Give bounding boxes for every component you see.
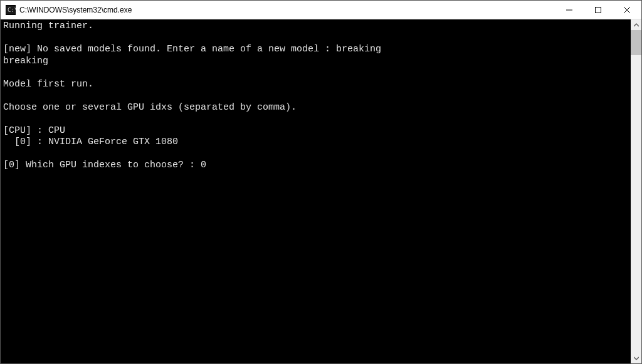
close-button[interactable] [613, 1, 641, 19]
svg-rect-4 [596, 7, 601, 13]
cmd-icon: C:\ [6, 5, 16, 15]
scroll-down-button[interactable] [631, 353, 641, 363]
scroll-up-button[interactable] [631, 19, 641, 30]
cmd-window: C:\ C:\WINDOWS\system32\cmd.exe [0, 0, 642, 364]
chevron-up-icon [634, 23, 639, 28]
chevron-down-icon [634, 356, 639, 361]
titlebar[interactable]: C:\ C:\WINDOWS\system32\cmd.exe [1, 1, 641, 19]
window-controls [555, 1, 641, 19]
vertical-scrollbar[interactable] [631, 19, 641, 363]
minimize-button[interactable] [555, 1, 584, 19]
maximize-button[interactable] [584, 1, 613, 19]
scroll-track[interactable] [631, 30, 641, 353]
close-icon [624, 7, 630, 13]
svg-text:C:\: C:\ [8, 7, 16, 13]
terminal-output[interactable]: Running trainer. [new] No saved models f… [1, 19, 631, 363]
window-title: C:\WINDOWS\system32\cmd.exe [19, 6, 132, 14]
content-area: Running trainer. [new] No saved models f… [1, 19, 641, 363]
maximize-icon [595, 7, 601, 13]
scroll-thumb[interactable] [631, 30, 641, 55]
minimize-icon [566, 7, 572, 13]
